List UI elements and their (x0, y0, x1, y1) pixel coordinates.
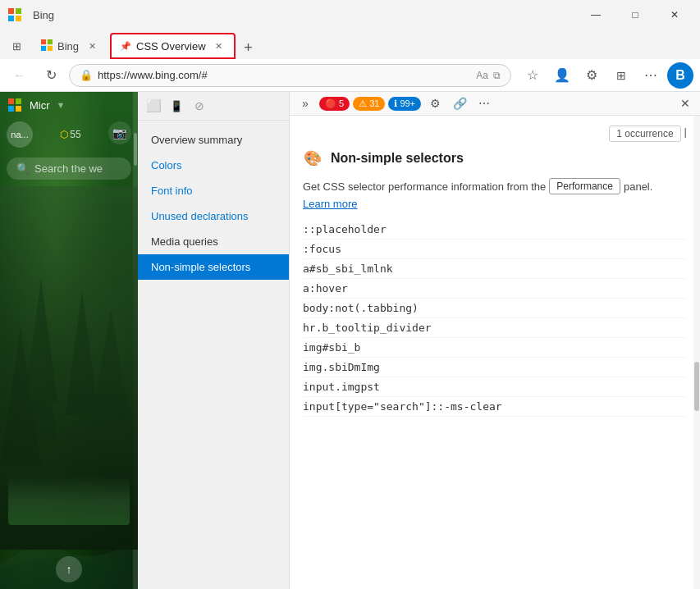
close-button[interactable]: ✕ (656, 2, 693, 28)
devtools-settings-button[interactable]: ⚙ (424, 94, 446, 113)
devtools-sidebar: ⬜ 📱 ⊘ Overview summary Colors Font info … (138, 92, 290, 589)
nav-non-simple-selectors-label: Non-simple selectors (151, 261, 250, 273)
tab-bing-close[interactable]: ✕ (85, 39, 98, 53)
toolbar-icons: ☆ 👤 ⚙ ⊞ ⋯ B (519, 62, 693, 89)
more-button[interactable]: ⋯ (638, 62, 664, 89)
url-bar[interactable]: 🔒 https://www.bing.com/# Aa ⧉ (69, 64, 511, 87)
bing-sidebar: Micr ▼ na... ⬡ 55 📷 🔍 Search the we (0, 92, 138, 589)
profile-button[interactable]: 👤 (549, 62, 575, 89)
refresh-button[interactable]: ↻ (38, 62, 64, 89)
bing-bottom: ↑ (0, 550, 138, 589)
bing-avatar[interactable]: na... (7, 121, 33, 148)
devtools-close-button[interactable]: ✕ (675, 94, 695, 113)
devtools-overflow-button[interactable]: » (295, 94, 316, 113)
nav-item-media-queries[interactable]: Media queries (138, 229, 289, 254)
selector-item-a-hover: a:hover (303, 279, 687, 299)
info-text-after: panel. (624, 180, 652, 193)
nav-item-overview-summary[interactable]: Overview summary (138, 127, 289, 153)
selector-item-input-search: input[type="search"]::-ms-clear (303, 397, 687, 417)
bing-image-area (0, 186, 138, 550)
devtools-topbar: » 🔴 5 ⚠ 31 ℹ 99+ ⚙ 🔗 ⋯ ✕ (290, 92, 700, 116)
tab-actions-button[interactable]: ⊞ (608, 62, 634, 89)
svg-rect-2 (8, 16, 14, 21)
tab-css-overview-close[interactable]: ✕ (213, 39, 226, 53)
url-text: https://www.bing.com/# (98, 69, 471, 81)
svg-rect-4 (41, 39, 46, 44)
info-text: Get CSS selector performance information… (303, 178, 687, 210)
read-aloud-icon: Aa (476, 70, 488, 81)
address-bar: ← ↻ 🔒 https://www.bing.com/# Aa ⧉ ☆ 👤 ⚙ … (0, 59, 700, 92)
nav-font-info-label: Font info (151, 185, 193, 197)
bing-scroll-indicator: ▼ (57, 100, 66, 110)
tab-bar: ⊞ Bing ✕ 📌 CSS Overview ✕ + (0, 30, 700, 59)
bing-nav: na... ⬡ 55 📷 (0, 118, 138, 151)
scroll-to-top-button[interactable]: ↑ (56, 556, 82, 582)
devtools-main-panel: » 🔴 5 ⚠ 31 ℹ 99+ ⚙ 🔗 ⋯ ✕ 1 occurrence (290, 92, 700, 589)
svg-rect-1 (16, 8, 21, 14)
nav-item-non-simple-selectors[interactable]: Non-simple selectors (138, 254, 289, 280)
selector-item-input-imgpst: input.imgpst (303, 377, 687, 397)
svg-rect-0 (8, 8, 14, 14)
info-icon: ℹ (394, 98, 397, 109)
nav-item-colors[interactable]: Colors (138, 153, 289, 178)
devtools-more-button[interactable]: ⋯ (474, 94, 495, 113)
bing-content: Micr ▼ na... ⬡ 55 📷 🔍 Search the we (0, 92, 138, 589)
nav-unused-declarations-label: Unused declarations (151, 210, 249, 222)
info-badge[interactable]: ℹ 99+ (388, 97, 421, 111)
tab-switcher-button[interactable]: ⊞ (3, 33, 30, 59)
favorites-button[interactable]: ☆ (519, 62, 546, 89)
selector-item-body-not: body:not(.tabbing) (303, 299, 687, 318)
learn-more-link[interactable]: Learn more (303, 198, 357, 210)
occurrence-line: 1 occurrence | (303, 126, 687, 142)
device-emulation-button[interactable]: 📱 (166, 95, 187, 116)
svg-rect-5 (48, 39, 53, 44)
back-button[interactable]: ← (7, 62, 33, 89)
browser-main: Micr ▼ na... ⬡ 55 📷 🔍 Search the we (0, 92, 700, 589)
selector-item-img-sbidmimg: img.sbiDmImg (303, 358, 687, 377)
tab-css-overview-label: CSS Overview (136, 40, 206, 53)
warning-badge[interactable]: ⚠ 31 (353, 97, 385, 111)
selector-item-placeholder: ::placeholder (303, 220, 687, 240)
tab-css-overview[interactable]: 📌 CSS Overview ✕ (110, 33, 236, 59)
svg-rect-15 (8, 106, 14, 112)
nav-item-font-info[interactable]: Font info (138, 178, 289, 203)
performance-button[interactable]: Performance (549, 178, 620, 194)
section-icon: 🎨 (303, 148, 323, 168)
title-bar-controls: — □ ✕ (577, 2, 693, 28)
bing-coin-count: ⬡ 55 (60, 121, 80, 148)
minimize-button[interactable]: — (577, 2, 615, 28)
tab-bing-favicon (41, 39, 53, 53)
bing-camera-button[interactable]: 📷 (108, 121, 131, 144)
block-button[interactable]: ⊘ (189, 95, 210, 116)
svg-rect-16 (16, 106, 21, 112)
svg-rect-3 (16, 16, 21, 21)
selector-item-img-sbi: img#sbi_b (303, 338, 687, 358)
bing-header: Micr ▼ (0, 92, 138, 118)
new-tab-button[interactable]: + (237, 36, 260, 59)
error-badge[interactable]: 🔴 5 (319, 97, 350, 111)
split-screen-icon: ⧉ (493, 70, 501, 81)
info-count: 99+ (400, 98, 415, 108)
bing-search-box[interactable]: 🔍 Search the we (7, 158, 131, 180)
window-icon (7, 7, 23, 23)
nav-item-unused-declarations[interactable]: Unused declarations (138, 203, 289, 229)
error-count: 5 (339, 98, 344, 108)
search-placeholder-text: Search the we (34, 162, 103, 175)
title-bar: Bing — □ ✕ (0, 0, 700, 30)
occurrence-badge: 1 occurrence (609, 126, 680, 142)
tab-css-overview-pin-icon: 📌 (120, 41, 131, 52)
content-scrollbar[interactable] (693, 116, 700, 589)
warning-icon: ⚠ (359, 98, 367, 109)
tab-bing-label: Bing (57, 40, 79, 53)
bing-chat-button[interactable]: B (667, 62, 693, 89)
devtools-nav: Overview summary Colors Font info Unused… (138, 121, 289, 589)
inspect-element-button[interactable]: ⬜ (143, 95, 164, 116)
devtools-connect-button[interactable]: 🔗 (449, 94, 470, 113)
settings-button[interactable]: ⚙ (579, 62, 605, 89)
svg-rect-7 (48, 45, 53, 50)
title-bar-text: Bing (33, 9, 54, 21)
section-header: 🎨 Non-simple selectors (303, 148, 687, 168)
maximize-button[interactable]: □ (616, 2, 654, 28)
svg-rect-14 (16, 98, 21, 104)
tab-bing[interactable]: Bing ✕ (31, 33, 108, 59)
